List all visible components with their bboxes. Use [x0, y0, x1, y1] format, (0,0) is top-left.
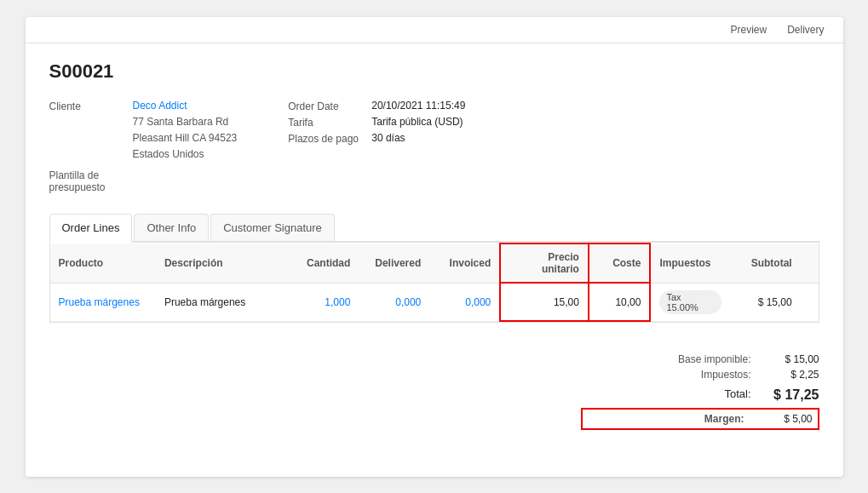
plantilla-label: Plantilla depresupuesto — [49, 169, 126, 193]
tab-order-lines[interactable]: Order Lines — [49, 214, 133, 243]
table-section: Producto Descripción Cantidad Delivered … — [49, 243, 819, 323]
margen-label: Margen: — [588, 413, 744, 425]
cliente-label: Cliente — [49, 100, 126, 112]
top-bar: Preview Delivery — [26, 17, 843, 43]
preview-button[interactable]: Preview — [725, 22, 772, 37]
summary-margen-row: Margen: $ 5,00 — [581, 408, 819, 430]
summary-section: Base imponible: $ 15,00 Impuestos: $ 2,2… — [26, 340, 843, 444]
col-header-impuestos: Impuestos — [650, 244, 729, 283]
col-header-opts — [801, 244, 819, 283]
row-opts — [801, 283, 819, 321]
cliente-name[interactable]: Deco Addict — [133, 100, 187, 112]
info-section: Cliente Deco Addict 77 Santa Barbara Rd … — [49, 100, 819, 194]
total-value: $ 17,25 — [768, 387, 819, 403]
total-label: Total: — [581, 387, 751, 403]
order-lines-table: Producto Descripción Cantidad Delivered … — [50, 243, 819, 322]
col-header-coste: Coste — [589, 244, 651, 283]
tarifa-row: Tarifa Tarifa pública (USD) — [288, 116, 465, 129]
base-value: $ 15,00 — [768, 353, 819, 365]
col-header-cantidad: Cantidad — [288, 244, 359, 283]
col-header-descripcion: Descripción — [156, 244, 289, 283]
tax-badge: Tax 15.00% — [659, 290, 721, 314]
address-line3: Estados Unidos — [133, 146, 238, 163]
col-header-invoiced: Invoiced — [429, 244, 500, 283]
order-date-value: 20/10/2021 11:15:49 — [371, 100, 465, 112]
row-coste: 10,00 — [589, 283, 651, 321]
summary-total-row: Total: $ 17,25 — [581, 387, 819, 403]
table-row: Prueba márgenes Prueba márgenes 1,000 0,… — [50, 283, 819, 321]
address-line1: 77 Santa Barbara Rd — [133, 114, 238, 130]
info-right: Order Date 20/10/2021 11:15:49 Tarifa Ta… — [288, 100, 465, 194]
row-invoiced: 0,000 — [429, 283, 500, 321]
order-date-label: Order Date — [288, 100, 365, 112]
margen-value: $ 5,00 — [762, 413, 813, 425]
content-area: S00021 Cliente Deco Addict 77 Santa Barb… — [26, 43, 843, 341]
row-cantidad: 1,000 — [288, 283, 359, 321]
tarifa-value: Tarifa pública (USD) — [371, 116, 463, 128]
row-delivered: 0,000 — [359, 283, 429, 321]
plazos-value: 30 días — [371, 132, 405, 144]
impuestos-value: $ 2,25 — [768, 369, 819, 381]
row-descripcion: Prueba márgenes — [156, 283, 289, 321]
delivery-button[interactable]: Delivery — [782, 22, 829, 37]
col-header-delivered: Delivered — [359, 244, 429, 283]
tab-customer-signature[interactable]: Customer Signature — [210, 214, 335, 241]
base-label: Base imponible: — [581, 353, 751, 365]
info-left: Cliente Deco Addict 77 Santa Barbara Rd … — [49, 100, 238, 194]
col-header-subtotal: Subtotal — [730, 244, 801, 283]
tarifa-label: Tarifa — [288, 116, 365, 129]
plazos-row: Plazos de pago 30 días — [288, 132, 465, 145]
tab-other-info[interactable]: Other Info — [134, 214, 209, 241]
summary-base-row: Base imponible: $ 15,00 — [581, 353, 819, 365]
order-id: S00021 — [49, 60, 819, 83]
order-date-row: Order Date 20/10/2021 11:15:49 — [288, 100, 465, 112]
row-producto[interactable]: Prueba márgenes — [50, 283, 156, 321]
address-line2: Pleasant Hill CA 94523 — [133, 130, 238, 146]
tabs: Order Lines Other Info Customer Signatur… — [49, 214, 819, 243]
main-card: Preview Delivery S00021 Cliente Deco Add… — [26, 17, 843, 477]
col-header-producto: Producto — [50, 244, 156, 283]
col-header-precio-unitario: Precio unitario — [500, 244, 589, 283]
summary-impuestos-row: Impuestos: $ 2,25 — [581, 369, 819, 381]
cliente-address: 77 Santa Barbara Rd Pleasant Hill CA 945… — [133, 114, 238, 163]
row-subtotal: $ 15,00 — [730, 283, 801, 321]
impuestos-label: Impuestos: — [581, 369, 751, 381]
row-impuestos: Tax 15.00% — [650, 283, 729, 321]
template-row: Plantilla depresupuesto — [49, 169, 238, 193]
cliente-row: Cliente Deco Addict — [49, 100, 238, 112]
row-precio-unitario: 15,00 — [500, 283, 589, 321]
plazos-label: Plazos de pago — [288, 132, 365, 145]
